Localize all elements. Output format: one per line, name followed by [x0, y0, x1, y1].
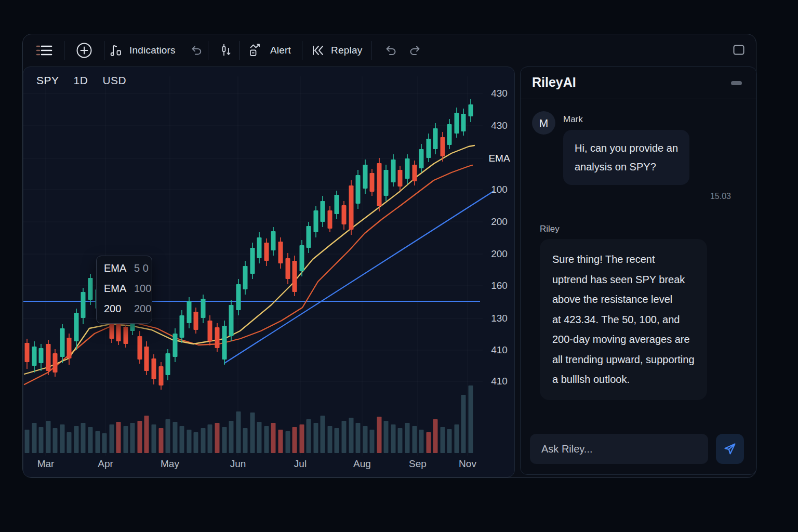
- send-button[interactable]: [716, 434, 744, 464]
- price-axis-label: 200: [485, 216, 514, 228]
- message-bubble: Hi, can you provide an analysis on SPY?: [563, 130, 689, 185]
- chart-style-button[interactable]: [219, 34, 233, 66]
- replay-icon: [311, 44, 325, 57]
- time-axis-label: Nov: [451, 458, 484, 470]
- tooltip-label: 200: [104, 303, 134, 315]
- undo-small-button[interactable]: [190, 34, 203, 66]
- price-axis-label: 160: [485, 280, 514, 291]
- chart-panel: SPY 1D USD 430430EMA10020020016013041041…: [23, 66, 515, 477]
- price-axis-label: 410: [485, 376, 514, 387]
- candlestick-icon: [219, 43, 233, 58]
- add-button[interactable]: [76, 34, 92, 66]
- price-axis-label: 430: [485, 120, 514, 131]
- alert-label: Alert: [270, 45, 291, 56]
- tooltip-row: EMA 5 0: [104, 262, 152, 283]
- time-axis[interactable]: MarAprMayJunJulAugSepNov: [23, 458, 514, 474]
- tooltip-row: EMA 100: [104, 283, 152, 303]
- message-author: Mark: [563, 114, 733, 125]
- ask-input[interactable]: [530, 434, 708, 464]
- time-axis-label: Jul: [284, 458, 317, 470]
- replay-button[interactable]: Replay: [311, 34, 362, 66]
- toolbar-divider: [240, 41, 240, 60]
- toolbar-divider: [64, 41, 64, 60]
- chat-panel: RileyAI M Mark Hi, can you provide an an…: [520, 66, 757, 475]
- time-axis-label: Aug: [345, 458, 379, 470]
- toolbar-divider: [104, 41, 104, 60]
- undo-icon: [384, 44, 397, 57]
- time-axis-label: Apr: [89, 458, 122, 470]
- chat-input-row: [530, 434, 744, 464]
- currency-label[interactable]: USD: [102, 74, 126, 87]
- alert-icon: [249, 43, 263, 58]
- message-timestamp: 15.03: [563, 192, 731, 201]
- undo-button[interactable]: [384, 34, 397, 66]
- tooltip-value: 100: [134, 283, 151, 295]
- indicators-label: Indicatiors: [129, 45, 176, 56]
- time-axis-label: Jun: [221, 458, 255, 470]
- toolbar-divider: [371, 41, 371, 60]
- window-icon: [733, 45, 744, 55]
- redo-button[interactable]: [408, 34, 422, 66]
- maximize-button[interactable]: [733, 45, 744, 55]
- alert-button[interactable]: Alert: [249, 34, 291, 66]
- message-bubble: Sure thing! The recent uptrend has seen …: [540, 239, 707, 400]
- avatar: M: [532, 111, 555, 135]
- time-axis-label: Sep: [401, 458, 434, 470]
- menu-icon: [36, 44, 52, 57]
- time-axis-label: Mar: [29, 458, 62, 470]
- redo-icon: [408, 44, 422, 57]
- price-axis[interactable]: 430430EMA100200200160130410410: [485, 67, 514, 477]
- symbol-label[interactable]: SPY: [36, 74, 59, 87]
- tooltip-value: 200: [134, 303, 151, 315]
- undo-icon: [190, 45, 203, 56]
- price-axis-label: 430: [485, 88, 514, 99]
- price-axis-label: 100: [485, 184, 514, 195]
- price-axis-label: 410: [485, 344, 514, 356]
- symbol-row: SPY 1D USD: [36, 74, 126, 87]
- toolbar: Indicatiors: [23, 34, 756, 66]
- price-axis-label: 200: [485, 248, 514, 260]
- chat-header: RileyAI: [521, 67, 756, 99]
- replay-label: Replay: [331, 45, 362, 56]
- plus-circle-icon: [76, 42, 92, 59]
- minimize-button[interactable]: [731, 81, 742, 85]
- tooltip-label: EMA: [104, 283, 134, 295]
- price-axis-label: EMA: [485, 153, 514, 164]
- toolbar-divider: [302, 41, 302, 60]
- chat-messages: M Mark Hi, can you provide an analysis o…: [521, 100, 756, 424]
- tooltip-label: EMA: [104, 262, 134, 274]
- price-axis-label: 130: [485, 313, 514, 324]
- message-assistant: Riley Sure thing! The recent uptrend has…: [540, 224, 745, 400]
- indicators-icon: [109, 44, 123, 57]
- message-user: M Mark Hi, can you provide an analysis o…: [532, 111, 745, 201]
- send-icon: [723, 442, 737, 456]
- chat-title: RileyAI: [532, 75, 576, 90]
- time-axis-label: May: [153, 458, 187, 470]
- indicators-button[interactable]: Indicatiors: [109, 34, 176, 66]
- interval-label[interactable]: 1D: [74, 74, 88, 87]
- menu-button[interactable]: [36, 34, 52, 66]
- message-author: Riley: [540, 224, 745, 234]
- tooltip-value: 5 0: [134, 262, 149, 274]
- tooltip-row: 200 200: [104, 303, 152, 323]
- app-window: Indicatiors: [22, 34, 756, 478]
- toolbar-divider: [208, 41, 208, 60]
- indicator-tooltip: EMA 5 0 EMA 100 200 200: [96, 256, 152, 324]
